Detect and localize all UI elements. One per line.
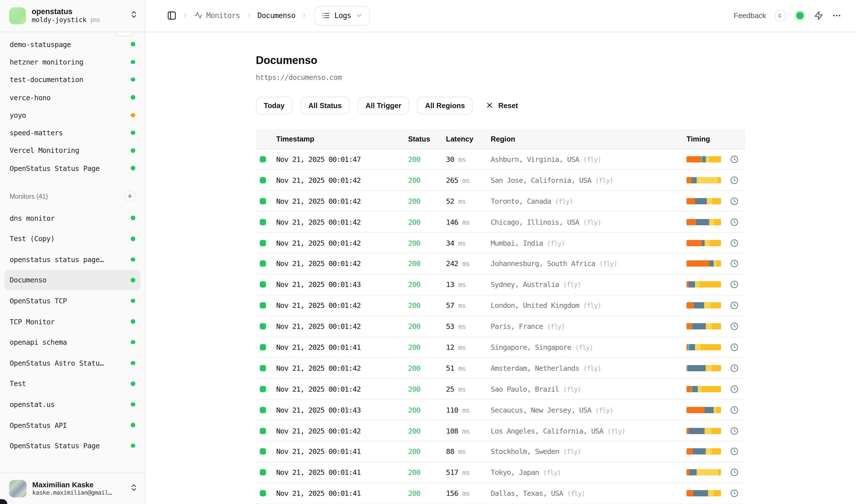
table-row[interactable]: Nov 21, 2025 00:01:4220034 msMumbai, Ind… — [256, 233, 745, 254]
sidebar-item[interactable]: Test — [4, 373, 140, 394]
clock-icon[interactable] — [730, 301, 738, 310]
clock-icon[interactable] — [730, 406, 738, 414]
row-status-code: 200 — [408, 176, 446, 184]
status-pages-list: demo-statuspagehetzner monitoringtest-do… — [4, 35, 140, 177]
sidebar-item[interactable]: Vercel Monitoring — [4, 142, 140, 160]
sidebar-item[interactable]: dns monitor — [4, 208, 140, 228]
sidebar-item[interactable]: openapi schema — [4, 332, 140, 353]
timing-segment-transfer — [712, 449, 721, 455]
status-dot — [131, 60, 135, 64]
status-dot — [131, 299, 135, 303]
workspace-slug: moldy-joystick pro — [32, 16, 124, 24]
sidebar-item[interactable]: demo-statuspage — [4, 35, 140, 53]
row-status-indicator — [260, 449, 266, 455]
row-latency: 51 ms — [446, 364, 491, 373]
view-selector-button[interactable]: Logs — [314, 6, 370, 25]
table-row[interactable]: Nov 21, 2025 00:01:4220051 msAmsterdam, … — [256, 358, 745, 379]
status-live-dot[interactable] — [796, 12, 803, 19]
table-row[interactable]: Nov 21, 2025 00:01:4720030 msAshburn, Vi… — [256, 149, 745, 170]
table-row[interactable]: Nov 21, 2025 00:01:4220053 msParis, Fran… — [256, 316, 745, 337]
clock-icon[interactable] — [730, 364, 738, 373]
timing-bar — [686, 344, 721, 350]
sidebar-toggle-button[interactable] — [167, 11, 176, 21]
clock-icon[interactable] — [730, 343, 738, 352]
clock-icon[interactable] — [730, 155, 738, 164]
user-menu[interactable]: Maximilian Kaske kaske.maximilian@gmail… — [0, 473, 145, 504]
clock-icon[interactable] — [730, 176, 738, 184]
reset-filters-button[interactable]: Reset — [486, 101, 518, 109]
table-row[interactable]: Nov 21, 2025 00:01:42200265 msSan Jose, … — [256, 170, 745, 191]
table-row[interactable]: Nov 21, 2025 00:01:4220052 msToronto, Ca… — [256, 191, 745, 212]
breadcrumb-monitors[interactable]: Monitors — [194, 12, 240, 20]
sidebar-item[interactable]: yoyo — [4, 106, 140, 124]
timing-segment-ttfb — [708, 490, 714, 497]
more-options-button[interactable] — [832, 11, 841, 21]
sidebar-item[interactable]: Test (Copy) — [4, 228, 140, 249]
sidebar-item-label: Test (Copy) — [10, 235, 126, 243]
table-row[interactable]: Nov 21, 2025 00:01:41200517 msTokyo, Jap… — [256, 463, 745, 483]
plus-icon — [126, 193, 133, 199]
col-timestamp: Timestamp — [276, 134, 408, 143]
clock-icon[interactable] — [730, 447, 738, 456]
clock-icon[interactable] — [730, 384, 738, 393]
sidebar-item[interactable]: hetzner monitoring — [4, 53, 140, 71]
filter-chip-all-status[interactable]: All Status — [301, 96, 350, 114]
sidebar-item[interactable]: Documenso — [4, 270, 140, 290]
add-monitor-button[interactable] — [124, 191, 135, 202]
table-row[interactable]: Nov 21, 2025 00:01:4220057 msLondon, Uni… — [256, 295, 745, 316]
sidebar-item[interactable]: TCP Monitor — [4, 311, 140, 332]
sidebar-item[interactable]: test-documentation — [4, 71, 140, 89]
clock-icon[interactable] — [730, 197, 738, 205]
clock-icon[interactable] — [730, 238, 738, 247]
sidebar-item[interactable]: OpenStatus Status Page — [4, 435, 140, 456]
timing-segment-transfer — [711, 302, 721, 308]
table-row[interactable]: Nov 21, 2025 00:01:4220025 msSao Paulo, … — [256, 379, 745, 400]
sidebar-item[interactable]: OpenStatus Astro Statu… — [4, 353, 140, 373]
breadcrumb-page[interactable]: Documenso — [257, 12, 296, 20]
table-row[interactable]: Nov 21, 2025 00:01:42200242 msJohannesbu… — [256, 254, 745, 274]
row-status-code: 200 — [408, 447, 446, 456]
clock-icon[interactable] — [730, 322, 738, 330]
sidebar-item[interactable]: OpenStatus Status Page — [4, 159, 140, 177]
timing-bar — [686, 490, 721, 497]
clock-icon[interactable] — [730, 489, 738, 498]
clock-icon[interactable] — [730, 468, 738, 477]
table-row[interactable]: Nov 21, 2025 00:01:4320013 msSydney, Aus… — [256, 274, 745, 295]
table-row[interactable]: Nov 21, 2025 00:01:43200110 msSecaucus, … — [256, 400, 745, 420]
sidebar-item[interactable]: OpenStatus API — [4, 415, 140, 435]
filter-chip-all-regions[interactable]: All Regions — [417, 96, 473, 114]
clock-icon[interactable] — [730, 281, 738, 289]
sidebar-item[interactable]: openstat.us — [4, 394, 140, 415]
main-area: Monitors Documenso Logs Feedback F — [145, 0, 856, 504]
table-row[interactable]: Nov 21, 2025 00:01:4120012 msSingapore, … — [256, 337, 745, 358]
timing-segment-ttfb — [695, 282, 699, 288]
table-row[interactable]: Nov 21, 2025 00:01:42200108 msLos Angele… — [256, 420, 745, 442]
feedback-button[interactable]: Feedback — [734, 12, 766, 20]
table-row[interactable]: Nov 21, 2025 00:01:42200146 msChicago, I… — [256, 212, 745, 233]
instant-run-button[interactable] — [814, 11, 823, 21]
status-dot — [131, 131, 135, 135]
clock-icon[interactable] — [730, 427, 738, 435]
chevrons-up-down-icon — [129, 11, 138, 21]
row-status-indicator — [260, 240, 266, 246]
table-row[interactable]: Nov 21, 2025 00:01:4120088 msStockholm, … — [256, 442, 745, 463]
filter-chip-today[interactable]: Today — [256, 96, 292, 114]
sidebar-item-label: verce-hono — [10, 93, 126, 102]
sidebar-item[interactable]: OpenStatus TCP — [4, 291, 140, 311]
table-row[interactable]: Nov 21, 2025 00:01:41200156 msDallas, Te… — [256, 483, 745, 504]
sidebar-item[interactable]: openstatus status page… — [4, 249, 140, 270]
filter-chip-all-trigger[interactable]: All Trigger — [358, 96, 409, 114]
timing-segment-dns — [686, 449, 693, 455]
sidebar-item[interactable]: speed-matters — [4, 124, 140, 142]
row-status-indicator — [260, 490, 266, 497]
topbar-actions: Feedback F — [734, 10, 841, 21]
user-name: Maximilian Kaske — [32, 481, 124, 489]
clock-icon[interactable] — [730, 259, 738, 268]
row-region: Tokyo, Japan (fly) — [491, 468, 686, 477]
activity-icon — [194, 12, 202, 20]
sidebar-item[interactable]: verce-hono — [4, 89, 140, 106]
row-region: Dallas, Texas, USA (fly) — [491, 489, 686, 498]
clock-icon[interactable] — [730, 218, 738, 226]
row-status-indicator — [260, 302, 266, 308]
workspace-switcher[interactable]: openstatus moldy-joystick pro — [0, 0, 145, 32]
